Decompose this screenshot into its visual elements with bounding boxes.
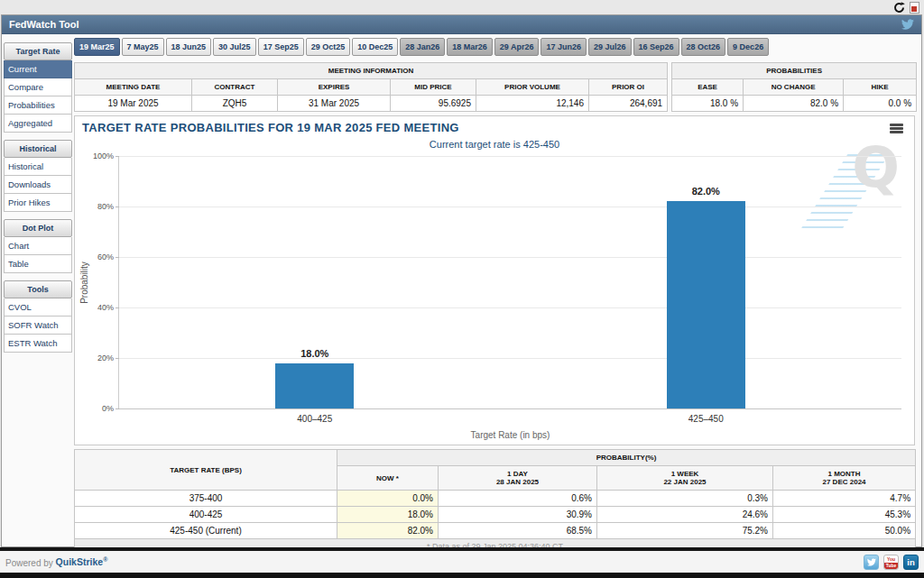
y-axis-title: Probability [78, 156, 90, 408]
bar-value-label: 18.0% [275, 348, 354, 359]
social-icons: YouTube in [864, 555, 919, 570]
probability-table: TARGET RATE (BPS)PROBABILITY(%)NOW *1 DA… [74, 449, 916, 555]
app-title: FedWatch Tool [9, 19, 79, 30]
column-header: PRIOR VOLUME [476, 79, 589, 96]
gridline-80 [119, 206, 901, 207]
probabilities-summary-table: PROBABILITIESEASENO CHANGEHIKE18.0 %82.0… [671, 62, 917, 112]
y-tick-label: 100% [78, 151, 114, 161]
probability-cell: 24.6% [597, 507, 773, 523]
tab-meeting-28-oct26[interactable]: 28 Oct26 [681, 38, 726, 56]
tab-meeting-17-jun26[interactable]: 17 Jun26 [541, 38, 587, 56]
meeting-info-value: 12,146 [476, 96, 589, 112]
youtube-social-icon[interactable]: YouTube [883, 555, 899, 570]
tab-meeting-18-jun25[interactable]: 18 Jun25 [166, 38, 212, 56]
twitter-social-icon[interactable] [864, 555, 879, 570]
sidebar-item-downloads[interactable]: Downloads [4, 176, 72, 194]
probability-cell: 30.9% [439, 507, 597, 523]
probability-group-header: PROBABILITY(%) [337, 450, 916, 466]
sidebar-item-probabilities[interactable]: Probabilities [4, 96, 72, 115]
app-header: FedWatch Tool [2, 15, 921, 34]
tab-meeting-30-jul25[interactable]: 30 Jul25 [213, 38, 256, 56]
sidebar-item-aggregated[interactable]: Aggregated [4, 115, 72, 133]
probabilities-title: PROBABILITIES [672, 63, 917, 79]
column-header: CONTRACT [192, 79, 278, 96]
tab-meeting-7-may25[interactable]: 7 May25 [122, 38, 164, 56]
footer: Powered by QuikStrike® YouTube in [0, 551, 924, 573]
table-row: 400-42518.0%30.9%24.6%45.3% [75, 507, 916, 523]
bar-chart-plot: Probability Target Rate (in bps) 0%20%40… [118, 156, 901, 408]
sidebar-section-historical: Historical [4, 140, 72, 158]
tab-meeting-9-dec26[interactable]: 9 Dec26 [727, 38, 769, 56]
meeting-info-value: 95.6925 [391, 96, 476, 112]
gridline-100 [119, 156, 901, 157]
sidebar-section-target-rate: Target Rate [4, 42, 72, 60]
column-header: EXPIRES [278, 79, 391, 96]
sidebar-item-historical[interactable]: Historical [4, 158, 72, 176]
probability-cell: 18.0% [337, 507, 439, 523]
footer-bottom-bar [0, 573, 924, 578]
meeting-info-title: MEETING INFORMATION [75, 63, 668, 79]
quikstrike-link[interactable]: QuikStrike® [56, 556, 108, 567]
probability-column-header: 1 WEEK22 JAN 2025 [597, 466, 773, 491]
hamburger-menu-icon[interactable] [890, 124, 903, 134]
linkedin-social-icon[interactable]: in [903, 555, 919, 570]
x-tick-label: 400–425 [252, 414, 378, 424]
probability-cell: 45.3% [773, 507, 916, 523]
sidebar-item-estr-watch[interactable]: ESTR Watch [4, 335, 72, 353]
sidebar-item-current[interactable]: Current [4, 60, 72, 78]
y-tick-label: 20% [78, 353, 114, 362]
powered-by: Powered by QuikStrike® [5, 556, 107, 568]
tab-meeting-29-jul26[interactable]: 29 Jul26 [588, 38, 632, 56]
sidebar-item-table[interactable]: Table [4, 255, 72, 273]
meeting-info-table: MEETING INFORMATIONMEETING DATECONTRACTE… [74, 62, 668, 112]
column-header: NO CHANGE [744, 79, 844, 96]
y-tick-mark [116, 257, 119, 258]
probability-cell: 82.0% [337, 523, 439, 539]
bar-value-label: 82.0% [667, 186, 745, 197]
tab-meeting-29-apr26[interactable]: 29 Apr26 [494, 38, 540, 56]
sidebar-item-chart[interactable]: Chart [4, 237, 72, 255]
sidebar-item-sofr-watch[interactable]: SOFR Watch [4, 317, 72, 335]
probability-cell: 0.3% [597, 491, 773, 507]
tab-meeting-16-sep26[interactable]: 16 Sep26 [633, 38, 679, 56]
y-tick-mark [116, 307, 119, 308]
meeting-info-value: 264,691 [589, 96, 668, 112]
probability-cell: 75.2% [597, 523, 773, 539]
sidebar-item-cvol[interactable]: CVOL [4, 298, 72, 317]
tab-meeting-10-dec25[interactable]: 10 Dec25 [352, 38, 398, 56]
sidebar: Target RateCurrentCompareProbabilitiesAg… [4, 42, 72, 353]
sidebar-item-prior-hikes[interactable]: Prior Hikes [4, 194, 72, 212]
probability-cell: 0.6% [439, 491, 597, 507]
tab-meeting-19-mar25[interactable]: 19 Mar25 [74, 38, 120, 56]
column-header: HIKE [844, 79, 917, 96]
sidebar-item-compare[interactable]: Compare [4, 78, 72, 96]
y-tick-label: 40% [78, 303, 114, 312]
probability-value: 18.0 % [672, 96, 744, 112]
column-header: PRIOR OI [589, 79, 668, 96]
x-tick-label: 425–450 [642, 414, 769, 424]
probability-cell: 0.0% [337, 491, 439, 507]
meeting-tabs: 19 Mar257 May2518 Jun2530 Jul2517 Sep252… [74, 38, 769, 56]
fedwatch-app: FedWatch Tool 19 Mar257 May2518 Jun2530 … [1, 14, 922, 547]
info-row: MEETING INFORMATIONMEETING DATECONTRACTE… [74, 62, 915, 112]
probability-cell: 4.7% [773, 491, 916, 507]
browser-strip [893, 2, 919, 14]
gridline-20 [119, 358, 901, 359]
main-content: MEETING INFORMATIONMEETING DATECONTRACTE… [74, 62, 915, 574]
target-rate-header: TARGET RATE (BPS) [75, 450, 337, 491]
chart-panel: TARGET RATE PROBABILITIES FOR 19 MAR 202… [74, 115, 915, 445]
tab-meeting-18-mar26[interactable]: 18 Mar26 [447, 38, 493, 56]
y-tick-mark [116, 358, 119, 359]
export-icon[interactable] [910, 2, 919, 14]
tab-meeting-17-sep25[interactable]: 17 Sep25 [258, 38, 304, 56]
refresh-icon[interactable] [893, 2, 905, 14]
tab-meeting-28-jan26[interactable]: 28 Jan26 [400, 38, 445, 56]
x-axis-title: Target Rate (in bps) [119, 430, 901, 440]
y-tick-label: 80% [78, 202, 114, 211]
probability-cell: 50.0% [773, 523, 916, 539]
twitter-icon[interactable] [901, 19, 914, 30]
gridline-60 [119, 257, 901, 258]
tab-meeting-29-oct25[interactable]: 29 Oct25 [306, 38, 351, 56]
probability-column-header: 1 DAY28 JAN 2025 [439, 466, 597, 491]
chart-subtitle: Current target rate is 425-450 [75, 139, 914, 150]
